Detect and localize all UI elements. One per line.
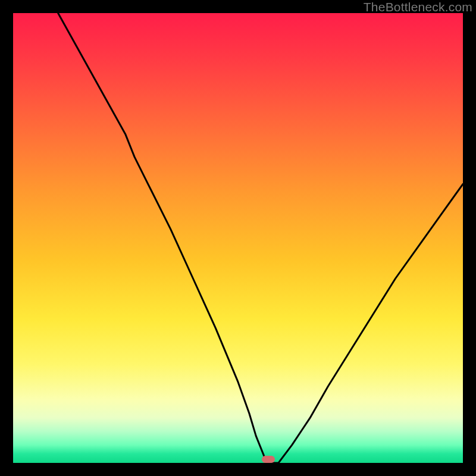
plot-area — [13, 13, 463, 463]
watermark-text: TheBottleneck.com — [364, 0, 472, 14]
chart-frame: TheBottleneck.com — [0, 0, 476, 476]
bottleneck-curve — [13, 13, 463, 463]
optimal-marker — [262, 456, 275, 463]
